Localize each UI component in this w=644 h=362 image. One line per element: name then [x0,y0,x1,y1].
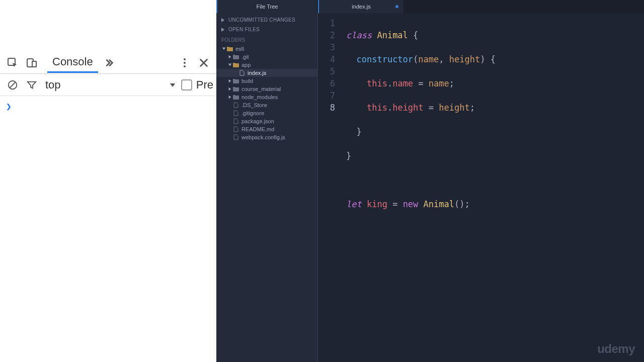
section-uncommitted[interactable]: Uncommitted Changes [216,15,317,25]
file-icon [232,102,239,108]
file-icon [232,118,239,124]
line-number: 5 [318,65,335,77]
kebab-menu-icon[interactable] [175,53,194,72]
more-tabs-icon[interactable] [103,57,114,68]
folder-root[interactable]: es6 [216,45,317,53]
line-number: 3 [318,41,335,53]
unsaved-dot-icon [395,5,398,8]
file-icon [232,134,239,140]
svg-rect-2 [32,61,36,67]
filter-icon[interactable] [22,75,41,95]
folder-course-material[interactable]: course_material [216,85,317,93]
folders-heading: Folders [216,34,317,45]
section-uncommitted-label: Uncommitted Changes [228,17,295,23]
line-gutter: 1 2 3 4 5 6 7 8 [317,13,340,362]
file-readme-label: README.md [242,126,274,132]
file-indexjs[interactable]: index.js [216,69,317,77]
file-gitignore-label: .gitignore [242,110,264,116]
file-readme[interactable]: README.md [216,125,317,133]
svg-point-6 [184,65,186,67]
file-gitignore[interactable]: .gitignore [216,109,317,117]
devtools-filter-bar: top Pre [0,74,216,96]
line-number: 4 [318,53,335,65]
file-packagejson-label: package.json [242,118,274,124]
devtools-blank-area [0,0,216,52]
tab-file-tree[interactable]: File Tree [216,0,317,13]
folder-icon [232,95,239,100]
folder-node-modules-label: node_modules [242,94,278,100]
line-number: 2 [318,29,335,41]
folder-build[interactable]: build [216,77,317,85]
watermark: udemy [597,342,635,356]
file-webpack[interactable]: webpack.config.js [216,133,317,141]
close-icon[interactable] [194,53,213,72]
svg-point-5 [184,62,186,64]
folder-app[interactable]: app [216,61,317,69]
line-number: 8 [318,102,335,114]
file-webpack-label: webpack.config.js [242,134,285,140]
preserve-log-label: Pre [196,78,213,92]
file-icon [232,126,239,132]
editor-tabs-row: File Tree index.js [216,0,644,13]
tab-file-tree-label: File Tree [257,4,278,10]
folder-git-label: .git [242,54,249,60]
section-open-files[interactable]: Open Files [216,25,317,34]
folder-git[interactable]: .git [216,53,317,61]
tab-console[interactable]: Console [47,52,98,73]
file-icon [238,70,246,76]
tab-indexjs-label: index.js [352,4,370,10]
folder-course-material-label: course_material [242,86,281,92]
tab-indexjs[interactable]: index.js [318,0,404,13]
file-indexjs-label: index.js [248,70,266,76]
code-content[interactable]: class Animal { constructor(name, height)… [340,13,644,362]
folder-icon [232,54,239,59]
folder-build-label: build [242,78,253,84]
folder-icon [232,62,239,67]
folder-icon [232,78,239,83]
inspect-icon[interactable] [3,53,22,72]
preserve-log-checkbox[interactable] [181,79,192,90]
devtools-tabs: Console [47,52,114,73]
folder-root-label: es6 [235,46,245,52]
context-select[interactable]: top [45,78,177,92]
file-dsstore-label: .DS_Store [242,102,267,108]
file-icon [232,110,239,116]
editor-body: Uncommitted Changes Open Files Folders e… [216,13,644,362]
folder-icon [226,46,233,51]
file-packagejson[interactable]: package.json [216,117,317,125]
console-output[interactable]: ❯ [0,96,216,362]
context-select-label: top [45,78,61,92]
file-dsstore[interactable]: .DS_Store [216,101,317,109]
devtools-panel: Console top Pre ❯ [0,0,216,362]
console-prompt-icon: ❯ [6,101,12,112]
svg-point-4 [184,58,186,60]
line-number: 6 [318,77,335,89]
file-tree-sidebar: Uncommitted Changes Open Files Folders e… [216,13,317,362]
device-toggle-icon[interactable] [22,53,41,72]
folder-node-modules[interactable]: node_modules [216,93,317,101]
editor-panel: File Tree index.js Uncommitted Changes O… [216,0,644,362]
line-number: 7 [318,89,335,102]
folder-icon [232,86,239,92]
folder-app-label: app [242,62,251,68]
devtools-toolbar: Console [0,52,216,74]
section-open-files-label: Open Files [228,27,260,32]
clear-console-icon[interactable] [3,75,22,95]
line-number: 1 [318,17,335,29]
code-area[interactable]: 1 2 3 4 5 6 7 8 class Animal { construct… [317,13,644,362]
